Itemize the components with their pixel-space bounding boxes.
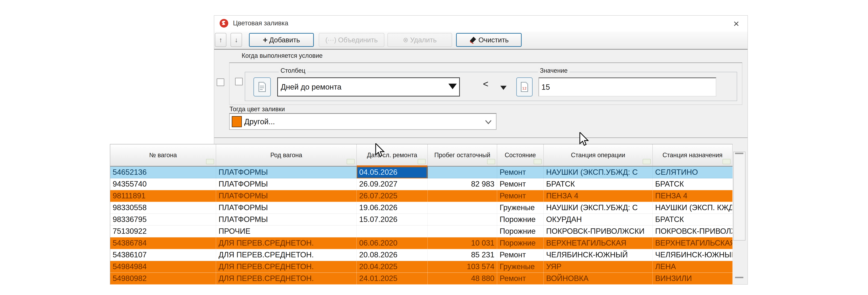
table-row[interactable]: 75130922ПРОЧИЕПорожниеПОКРОВСК-ПРИВОЛЖСК… [110,226,733,237]
column-type-button[interactable] [253,77,271,97]
cell-mileage[interactable]: 48 880 [428,273,497,285]
cell-wagon[interactable]: 54386107 [110,249,216,261]
cell-mileage[interactable]: 82 983 [428,178,497,190]
operator-label[interactable]: < [483,78,489,89]
cell-dest_station[interactable]: СЕЛЯТИНО [653,167,733,178]
cell-wagon[interactable]: 54984984 [110,261,216,273]
cell-op_station[interactable]: ОКУРДАН [544,214,653,226]
close-icon[interactable]: × [733,16,739,31]
cell-mileage[interactable]: 10 031 [428,237,497,249]
column-header-wagon[interactable]: № вагона [110,144,216,166]
grid-vertical-scrollbar[interactable] [733,152,745,240]
cell-op_station[interactable]: НАУШКИ (ЭКСП.УБЖД: С [544,202,653,214]
table-row[interactable]: 54980982ДЛЯ ПЕРЕВ.СРЕДНЕТОН.24.01.202548… [110,273,733,285]
cell-type[interactable]: ПЛАТФОРМЫ [216,178,357,190]
cell-state[interactable]: Порожние [497,237,544,249]
column-header-dest_station[interactable]: Станция назначения [653,144,733,166]
cell-wagon[interactable]: 98111891 [110,190,216,202]
table-row[interactable]: 98336795ПЛАТФОРМЫ15.07.2026ПорожниеОКУРД… [110,214,733,226]
cell-dest_station[interactable]: ЛЕНА [653,261,733,273]
condition-checkbox-outer[interactable] [217,78,224,86]
add-button[interactable]: + Добавить [249,33,314,47]
cell-date[interactable]: 19.06.2026 [357,202,428,214]
move-down-button[interactable]: ↓ [230,33,242,47]
cell-state[interactable]: Груженые [497,261,544,273]
column-filter-box[interactable] [534,159,541,164]
cell-op_station[interactable]: ПОКРОВСК-ПРИВОЛЖСКИ [544,226,653,237]
table-row[interactable]: 98330558ПЛАТФОРМЫ19.06.2026ГруженыеНАУШК… [110,202,733,214]
cell-dest_station[interactable]: ЧЕЛЯБИНСК-ЮЖНЫЙ [653,249,733,261]
cell-state[interactable]: Ремонт [497,178,544,190]
cell-dest_station[interactable]: ВИНЗИЛИ [653,273,733,285]
cell-wagon[interactable]: 75130922 [110,226,216,237]
cell-type[interactable]: ДЛЯ ПЕРЕВ.СРЕДНЕТОН. [216,273,357,285]
cell-date[interactable]: 26.07.2025 [357,190,428,202]
cell-wagon[interactable]: 94355740 [110,178,216,190]
column-header-date[interactable]: Дата сл. ремонта [357,144,428,166]
cell-date[interactable]: 04.05.2026 [357,167,428,178]
cell-state[interactable]: Ремонт [497,273,544,285]
cell-wagon[interactable]: 98336795 [110,214,216,226]
cell-wagon[interactable]: 54652136 [110,167,216,178]
cell-state[interactable]: Порожние [497,226,544,237]
cell-mileage[interactable]: 85 231 [428,249,497,261]
table-row[interactable]: 54984984ДЛЯ ПЕРЕВ.СРЕДНЕТОН.20.04.202510… [110,261,733,273]
column-filter-box[interactable] [487,159,495,164]
cell-state[interactable]: Ремонт [497,249,544,261]
cell-op_station[interactable]: ПЕНЗА 4 [544,190,653,202]
cell-date[interactable]: 15.07.2026 [357,214,428,226]
cell-date[interactable]: 06.06.2020 [357,237,428,249]
cell-mileage[interactable] [428,202,497,214]
cell-op_station[interactable]: НАУШКИ (ЭКСП.УБЖД: С [544,167,653,178]
column-filter-box[interactable] [643,159,651,164]
table-row[interactable]: 54652136ПЛАТФОРМЫ04.05.2026РемонтНАУШКИ … [110,167,733,178]
cell-op_station[interactable]: БРАТСК [544,178,653,190]
cell-state[interactable]: Ремонт [497,190,544,202]
table-row[interactable]: 94355740ПЛАТФОРМЫ26.09.202782 983РемонтБ… [110,178,733,190]
column-combobox[interactable]: Дней до ремонта [277,77,460,97]
cell-op_station[interactable]: ЧЕЛЯБИНСК-ЮЖНЫЙ [544,249,653,261]
cell-dest_station[interactable]: БРАТСК [653,178,733,190]
column-filter-box[interactable] [722,159,731,164]
cell-mileage[interactable]: 103 574 [428,261,497,273]
table-row[interactable]: 54386107ДЛЯ ПЕРЕВ.СРЕДНЕТОН.20.08.202685… [110,249,733,261]
cell-dest_station[interactable]: НАУШКИ (ЭКСП. КЖД [653,202,733,214]
cell-type[interactable]: ПРОЧИЕ [216,226,357,237]
cell-date[interactable]: 26.09.2027 [357,178,428,190]
cell-type[interactable]: ДЛЯ ПЕРЕВ.СРЕДНЕТОН. [216,261,357,273]
cell-mileage[interactable] [428,226,497,237]
cell-op_station[interactable]: УЯР [544,261,653,273]
cell-date[interactable] [357,226,428,237]
delete-button[interactable]: ⊗ Удалить [388,33,452,47]
column-filter-box[interactable] [206,159,214,164]
cell-state[interactable]: Груженые [497,202,544,214]
cell-mileage[interactable] [428,190,497,202]
value-input[interactable]: 15 [538,77,716,97]
cell-op_station[interactable]: ВЕРХНЕТАГИЛЬСКАЯ [544,237,653,249]
column-filter-box[interactable] [418,159,426,164]
cell-mileage[interactable] [428,167,497,178]
cell-dest_station[interactable]: ПОКРОВСК-ПРИВОЛЖСКИ [653,226,733,237]
cell-op_station[interactable]: ВОЙНОВКА [544,273,653,285]
clear-button[interactable]: Очистить [456,33,522,47]
cell-date[interactable]: 20.08.2026 [357,249,428,261]
cell-type[interactable]: ПЛАТФОРМЫ [216,190,357,202]
cell-state[interactable]: Порожние [497,214,544,226]
column-header-op_station[interactable]: Станция операции [544,144,653,166]
move-up-button[interactable]: ↑ [215,33,226,47]
table-row[interactable]: 54386784ДЛЯ ПЕРЕВ.СРЕДНЕТОН.06.06.202010… [110,237,733,249]
column-header-type[interactable]: Род вагона [216,144,357,166]
cell-type[interactable]: ДЛЯ ПЕРЕВ.СРЕДНЕТОН. [216,249,357,261]
fill-color-combobox[interactable]: Другой... [229,113,496,130]
cell-type[interactable]: ПЛАТФОРМЫ [216,167,357,178]
column-header-state[interactable]: Состояние [497,144,544,166]
cell-dest_station[interactable]: БРАТСК [653,214,733,226]
column-header-mileage[interactable]: Пробег остаточный [428,144,497,166]
value-type-button[interactable]: 12 [516,77,533,97]
cell-type[interactable]: ДЛЯ ПЕРЕВ.СРЕДНЕТОН. [216,237,357,249]
cell-wagon[interactable]: 54386784 [110,237,216,249]
cell-state[interactable]: Ремонт [497,167,544,178]
merge-button[interactable]: (···) Объединить [319,33,384,47]
cell-dest_station[interactable]: ВЕРХНЕТАГИЛЬСКАЯ [653,237,733,249]
cell-mileage[interactable] [428,214,497,226]
